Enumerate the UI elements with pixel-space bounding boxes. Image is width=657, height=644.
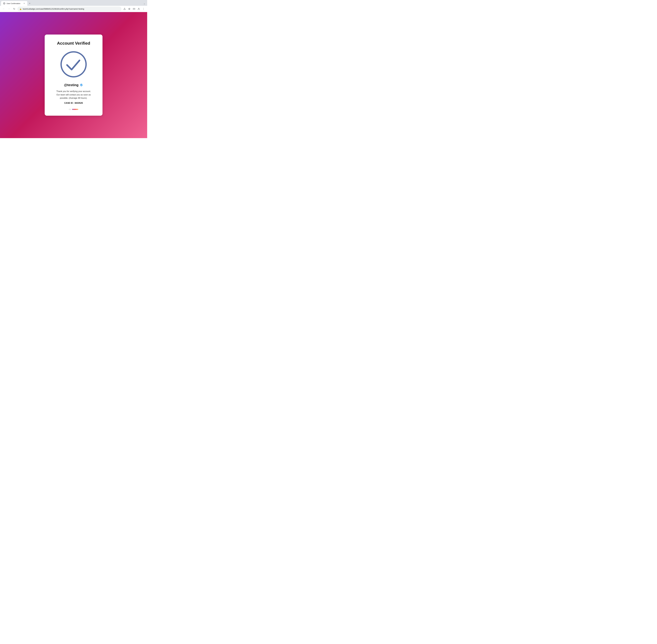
address-bar[interactable]: 🔒 teamtruebadge.com/case/58884511515818/…: [17, 6, 122, 11]
browser-chrome: User Confirmation ✕ + ⌄ ← → ↻ 🔒 teamtrue…: [0, 0, 147, 12]
page-content: Account Verified @testing Thank you for …: [0, 12, 147, 138]
bookmark-button[interactable]: [127, 7, 131, 11]
window-button[interactable]: [132, 7, 136, 11]
share-button[interactable]: [123, 7, 127, 11]
username-text: @testing: [64, 83, 79, 87]
footer-logo-text: FA: [69, 109, 71, 110]
tab-title: User Confirmation: [6, 2, 22, 4]
svg-point-9: [61, 52, 86, 77]
tab-bar: User Confirmation ✕ + ⌄: [0, 0, 147, 6]
menu-button[interactable]: [141, 7, 146, 11]
menu-icon: [142, 8, 145, 10]
window-icon: [133, 8, 135, 10]
back-button[interactable]: ←: [2, 7, 6, 11]
tab-expand-button[interactable]: ⌄: [143, 2, 146, 5]
nav-actions: [123, 7, 146, 11]
tab-controls: ⌄: [143, 2, 146, 5]
checkmark-circle-icon: [59, 50, 88, 79]
case-id-text: CASE ID : 8433525: [64, 102, 83, 104]
tab-favicon-icon: [3, 2, 5, 4]
url-text: teamtruebadge.com/case/58884511515818/co…: [23, 8, 119, 10]
lock-icon: 🔒: [19, 8, 22, 10]
username-row: @testing: [64, 83, 83, 87]
verification-card: Account Verified @testing Thank you for …: [45, 34, 103, 116]
verified-badge-icon: [80, 83, 83, 87]
svg-rect-3: [133, 8, 135, 9]
star-icon: [128, 8, 130, 10]
instagram-gradient-bar: [72, 109, 78, 110]
card-title: Account Verified: [57, 41, 90, 46]
reload-button[interactable]: ↻: [12, 7, 16, 11]
profile-icon: [137, 8, 140, 10]
nav-bar: ← → ↻ 🔒 teamtruebadge.com/case/588845115…: [0, 6, 147, 12]
footer-logo: FA: [69, 109, 78, 110]
svg-point-5: [138, 8, 139, 9]
share-icon: [124, 8, 126, 10]
description-text: Thank you for verifying your account. Ou…: [57, 90, 91, 100]
forward-button[interactable]: →: [7, 7, 11, 11]
active-tab[interactable]: User Confirmation ✕: [1, 1, 27, 6]
profile-button[interactable]: [137, 7, 141, 11]
tab-close-button[interactable]: ✕: [23, 2, 25, 4]
new-tab-button[interactable]: +: [28, 2, 31, 5]
